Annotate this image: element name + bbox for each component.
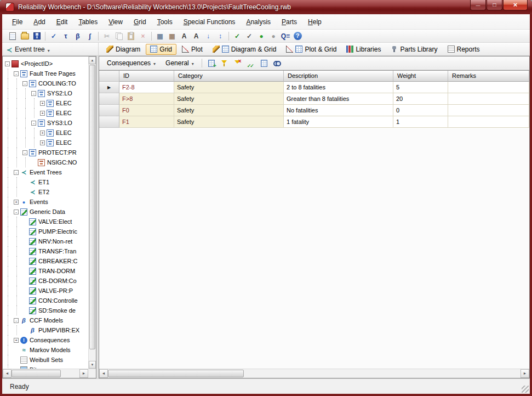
- table-import-button[interactable]: ▦: [154, 31, 166, 42]
- minimize-button[interactable]: [470, 0, 486, 10]
- scroll-left-arrow-icon[interactable]: [99, 369, 108, 378]
- menu-item-special-functions[interactable]: Special Functions: [178, 16, 241, 28]
- expander-minus-icon[interactable]: [22, 81, 27, 86]
- view-tab-plot-grid[interactable]: Plot & Grid: [282, 44, 341, 55]
- cell-remarks[interactable]: [448, 93, 529, 105]
- module-selector[interactable]: Event tree: [2, 43, 99, 55]
- dropdown-consequences[interactable]: Consequences: [102, 58, 160, 69]
- column-header-description[interactable]: Description: [284, 71, 393, 82]
- goto-up-down-button[interactable]: ↕: [214, 31, 226, 42]
- tree-item-cooling-to[interactable]: COOLING:TO: [3, 78, 88, 88]
- scroll-left-arrow-icon[interactable]: [3, 369, 12, 378]
- view-tab-plot[interactable]: Plot: [178, 44, 207, 55]
- tree-item-valve-elect[interactable]: VALVE:Elect: [3, 217, 88, 227]
- expander-minus-icon[interactable]: [14, 210, 19, 214]
- close-button[interactable]: [503, 0, 528, 10]
- view-tab-libraries[interactable]: Libraries: [342, 44, 385, 55]
- table-export-button[interactable]: ▦: [166, 31, 178, 42]
- help-button[interactable]: [291, 31, 304, 42]
- auto-fit-columns-button[interactable]: A: [178, 31, 190, 42]
- cell-remarks[interactable]: [448, 105, 529, 116]
- row-selector[interactable]: [99, 93, 119, 105]
- tree-item-pumpvibr-ex[interactable]: PUMPVIBR:EX: [3, 325, 88, 335]
- verify-button[interactable]: ✓: [231, 31, 243, 42]
- goto-down-button[interactable]: ↓: [202, 31, 214, 42]
- expander-minus-icon[interactable]: [31, 91, 36, 96]
- tree-item-elec[interactable]: ELEC: [3, 128, 88, 138]
- q-equals-button[interactable]: Q=: [279, 31, 291, 42]
- tree-item-elec[interactable]: ELEC: [3, 138, 88, 148]
- tree-vertical-scrollbar[interactable]: [88, 56, 96, 369]
- tree-item-ccf-models[interactable]: CCF Models: [3, 315, 88, 325]
- integral-button[interactable]: ∫: [84, 31, 96, 42]
- tree-item-tran-dorm[interactable]: TRAN-DORM: [3, 266, 88, 276]
- new-grid-button[interactable]: [205, 58, 218, 69]
- expander-plus-icon[interactable]: [40, 140, 45, 145]
- tree-item-valve-pr-p[interactable]: VALVE-PR:P: [3, 286, 88, 296]
- tree-hscroll-track[interactable]: [12, 369, 79, 378]
- expander-minus-icon[interactable]: [14, 318, 19, 323]
- clear-filter-button[interactable]: [232, 58, 244, 69]
- cell-remarks[interactable]: [448, 116, 529, 128]
- expander-minus-icon[interactable]: [31, 121, 36, 126]
- menu-item-tables[interactable]: Tables: [73, 16, 103, 28]
- menu-item-help[interactable]: Help: [302, 16, 327, 28]
- cell-id[interactable]: F>8: [119, 93, 174, 105]
- tree-horizontal-scrollbar[interactable]: [3, 369, 88, 378]
- tree-item-sd-smoke-de[interactable]: SD:Smoke de: [3, 306, 88, 315]
- tree-item-markov-models[interactable]: Markov Models: [3, 345, 88, 355]
- tree-item-event-trees[interactable]: Event Trees: [3, 167, 88, 177]
- resize-grip-icon[interactable]: [522, 386, 529, 393]
- tree-item-events[interactable]: Events: [3, 197, 88, 207]
- grid-hscroll-track[interactable]: [108, 369, 520, 378]
- cell-id[interactable]: F0: [119, 105, 174, 116]
- scroll-down-arrow-icon[interactable]: [89, 361, 96, 369]
- cell-description[interactable]: 1 fatality: [284, 116, 393, 128]
- title-bar[interactable]: Reliability Workbench - D:\Software\Reli…: [0, 0, 532, 14]
- column-header-weight[interactable]: Weight: [393, 71, 448, 82]
- tree-item-con-controlle[interactable]: CON:Controlle: [3, 296, 88, 306]
- filter-button[interactable]: [219, 58, 231, 69]
- status-gray-button[interactable]: ●: [267, 31, 279, 42]
- expander-plus-icon[interactable]: [40, 111, 45, 116]
- cell-category[interactable]: Safety: [174, 82, 284, 93]
- new-button[interactable]: [7, 31, 19, 42]
- tree-item-elec[interactable]: ELEC: [3, 108, 88, 118]
- save-button[interactable]: [31, 31, 43, 42]
- maximize-button[interactable]: [487, 0, 502, 10]
- expander-minus-icon[interactable]: [14, 170, 19, 175]
- verify-all-button[interactable]: ✓: [243, 31, 255, 42]
- view-tab-diagram[interactable]: Diagram: [102, 44, 145, 55]
- row-selector[interactable]: [99, 82, 119, 93]
- expander-plus-icon[interactable]: [14, 200, 19, 205]
- tree-item-nsigc-no[interactable]: NSIGC:NO: [3, 157, 88, 167]
- expander-minus-icon[interactable]: [5, 61, 10, 66]
- menu-item-add[interactable]: Add: [28, 16, 50, 28]
- column-header-category[interactable]: Category: [174, 71, 284, 82]
- tree-item-cbreaker-c[interactable]: CBREAKER:C: [3, 256, 88, 266]
- view-tab-diagram-grid[interactable]: Diagram & Grid: [208, 44, 281, 55]
- cell-description[interactable]: 2 to 8 fatalities: [284, 82, 393, 93]
- expander-plus-icon[interactable]: [40, 101, 45, 106]
- tree-item-fault-tree-pages[interactable]: Fault Tree Pages: [3, 69, 88, 78]
- cell-weight[interactable]: 5: [393, 82, 448, 93]
- menu-item-edit[interactable]: Edit: [51, 16, 73, 28]
- status-green-button[interactable]: ●: [255, 31, 267, 42]
- tree-item-generic-data[interactable]: Generic Data: [3, 207, 88, 217]
- menu-item-file[interactable]: File: [7, 16, 28, 28]
- tree-item-pump-electric[interactable]: PUMP:Electric: [3, 227, 88, 236]
- tree-item-nrv-non-ret[interactable]: NRV:Non-ret: [3, 236, 88, 246]
- tree-item-weibull-sets[interactable]: Weibull Sets: [3, 355, 88, 365]
- view-tab-grid[interactable]: Grid: [146, 44, 176, 55]
- tree-item-transf-tran[interactable]: TRANSF:Tran: [3, 246, 88, 256]
- cell-category[interactable]: Safety: [174, 105, 284, 116]
- cell-category[interactable]: Safety: [174, 93, 284, 105]
- tree-vscroll-track[interactable]: [89, 64, 96, 361]
- cell-id[interactable]: F1: [119, 116, 174, 128]
- apply-button[interactable]: [245, 58, 257, 69]
- scroll-right-arrow-icon[interactable]: [520, 369, 529, 378]
- auto-fit-rows-button[interactable]: A: [190, 31, 202, 42]
- cell-description[interactable]: No fatalities: [284, 105, 393, 116]
- tree-item-et1[interactable]: ET1: [3, 177, 88, 187]
- menu-item-analysis[interactable]: Analysis: [241, 16, 276, 28]
